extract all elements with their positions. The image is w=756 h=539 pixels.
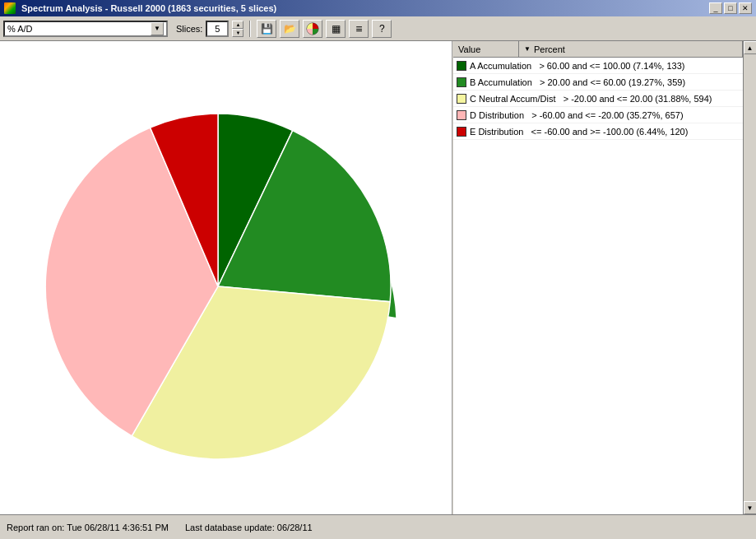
- legend-row: C Neutral Accum/Dist > -20.00 and <= 20.…: [453, 91, 743, 107]
- pie-icon: [305, 21, 320, 36]
- app-icon: [4, 2, 16, 14]
- list-button[interactable]: ≡: [349, 20, 369, 38]
- spin-up[interactable]: ▲: [232, 21, 243, 29]
- maximize-button[interactable]: □: [724, 2, 737, 14]
- legend-header: Value ▼ Percent: [453, 41, 743, 58]
- slices-input[interactable]: 5: [206, 21, 229, 37]
- legend-rows: A Accumulation > 60.00 and <= 100.00 (7.…: [453, 58, 743, 140]
- legend-row-label-0: A Accumulation > 60.00 and <= 100.00 (7.…: [470, 61, 684, 71]
- pie-chart-main: [29, 68, 424, 488]
- chart-area: [0, 41, 452, 514]
- help-button[interactable]: ?: [372, 20, 392, 38]
- legend-color-4: [457, 127, 466, 137]
- minimize-button[interactable]: _: [709, 2, 722, 14]
- legend-color-1: [457, 77, 466, 87]
- save-button[interactable]: 💾: [257, 20, 276, 38]
- legend-col-value-header: Value: [453, 41, 519, 57]
- open-button[interactable]: 📂: [280, 20, 299, 38]
- legend-color-3: [457, 110, 466, 120]
- slices-label: Slices:: [176, 24, 202, 34]
- title-bar-left: Spectrum Analysis - Russell 2000 (1863 s…: [4, 2, 276, 14]
- legend-row: D Distribution > -60.00 and <= -20.00 (3…: [453, 107, 743, 123]
- right-panel: Value ▼ Percent A Accumulation > 60.00 a…: [452, 41, 756, 514]
- percent-col-label: Percent: [534, 44, 565, 54]
- scrollbar-right[interactable]: ▲ ▼: [743, 41, 756, 514]
- legend-row-label-1: B Accumulation > 20.00 and <= 60.00 (19.…: [470, 77, 685, 87]
- help-icon: ?: [379, 23, 385, 35]
- main-content: Value ▼ Percent A Accumulation > 60.00 a…: [0, 41, 756, 514]
- list-icon: ≡: [355, 22, 362, 35]
- scroll-up-button[interactable]: ▲: [744, 41, 757, 54]
- sort-arrow-icon: ▼: [524, 45, 531, 53]
- report-ran-text: Report ran on: Tue 06/28/11 4:36:51 PM: [7, 523, 169, 532]
- open-icon: 📂: [284, 23, 296, 35]
- scroll-track[interactable]: [744, 54, 756, 501]
- legend-color-0: [457, 61, 466, 71]
- grid-icon: ▦: [332, 23, 341, 35]
- separator-1: [249, 21, 251, 37]
- spin-down[interactable]: ▼: [232, 29, 243, 37]
- legend-area: Value ▼ Percent A Accumulation > 60.00 a…: [452, 41, 743, 514]
- legend-row-label-3: D Distribution > -60.00 and <= -20.00 (3…: [470, 110, 684, 120]
- dropdown-value: % A/D: [7, 24, 33, 34]
- chart-type-button[interactable]: [303, 20, 322, 38]
- legend-col-percent-header: ▼ Percent: [519, 41, 743, 57]
- dropdown-arrow[interactable]: ▼: [151, 22, 164, 35]
- toolbar: % A/D ▼ Slices: 5 ▲ ▼ 💾 📂 ▦ ≡ ?: [0, 16, 756, 41]
- legend-row: E Distribution <= -60.00 and >= -100.00 …: [453, 123, 743, 140]
- title-bar-buttons: _ □ ✕: [709, 2, 752, 14]
- indicator-dropdown[interactable]: % A/D ▼: [3, 21, 168, 37]
- legend-row-label-4: E Distribution <= -60.00 and >= -100.00 …: [470, 127, 688, 137]
- scroll-down-button[interactable]: ▼: [744, 501, 757, 514]
- slices-spinner[interactable]: ▲ ▼: [232, 21, 243, 37]
- legend-row-label-2: C Neutral Accum/Dist > -20.00 and <= 20.…: [470, 94, 712, 104]
- close-button[interactable]: ✕: [739, 2, 752, 14]
- legend-row: A Accumulation > 60.00 and <= 100.00 (7.…: [453, 58, 743, 74]
- status-bar: Report ran on: Tue 06/28/11 4:36:51 PM L…: [0, 514, 756, 539]
- legend-color-2: [457, 94, 466, 104]
- legend-row: B Accumulation > 20.00 and <= 60.00 (19.…: [453, 74, 743, 91]
- window-title: Spectrum Analysis - Russell 2000 (1863 s…: [21, 3, 276, 13]
- grid-button[interactable]: ▦: [326, 20, 346, 38]
- value-col-label: Value: [458, 44, 480, 54]
- save-icon: 💾: [261, 23, 273, 35]
- last-update-text: Last database update: 06/28/11: [185, 523, 313, 532]
- title-bar: Spectrum Analysis - Russell 2000 (1863 s…: [0, 0, 756, 16]
